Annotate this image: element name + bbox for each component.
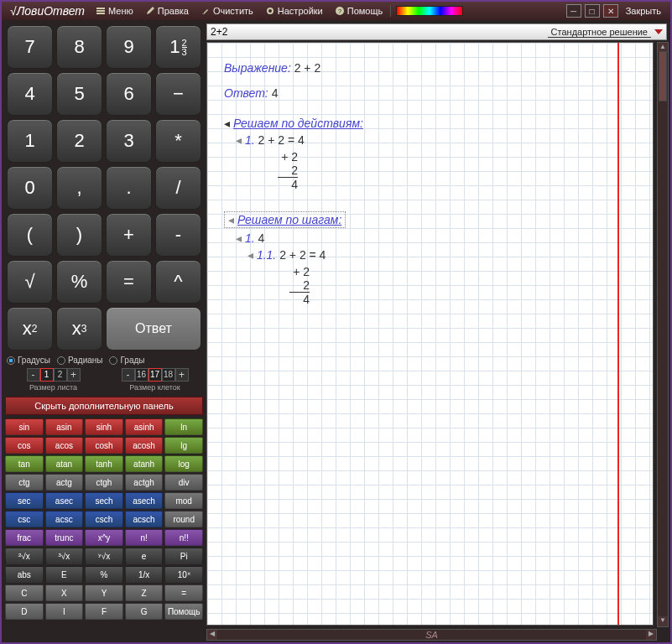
fn-x[interactable]: ²√x bbox=[5, 548, 44, 564]
scroll-right-icon[interactable]: ▶ bbox=[646, 630, 656, 640]
key-fraction[interactable]: 123 bbox=[155, 25, 201, 69]
fn-[interactable]: % bbox=[85, 566, 123, 583]
key-sqrt[interactable]: √ bbox=[7, 260, 53, 304]
fn-frac[interactable]: frac bbox=[5, 529, 44, 546]
formula-input[interactable]: 2+2 bbox=[211, 26, 548, 38]
key-5[interactable]: 5 bbox=[56, 72, 102, 116]
sheet-size-plus[interactable]: + bbox=[67, 368, 81, 382]
fn-cos[interactable]: cos bbox=[5, 437, 44, 454]
clear-button[interactable]: Очистить bbox=[195, 3, 258, 18]
color-spectrum[interactable] bbox=[396, 6, 463, 16]
fn-acsc[interactable]: acsc bbox=[45, 511, 84, 527]
fn-acosh[interactable]: acosh bbox=[125, 437, 164, 454]
key-x2[interactable]: x2 bbox=[7, 307, 53, 351]
fn-ln[interactable]: ln bbox=[164, 418, 203, 435]
key-8[interactable]: 8 bbox=[56, 25, 102, 69]
scroll-down-icon[interactable]: ▼ bbox=[658, 616, 668, 626]
hide-extra-panel-button[interactable]: Скрыть дополнительную панель bbox=[5, 397, 203, 415]
fn-D[interactable]: D bbox=[5, 603, 44, 620]
key-power[interactable]: ^ bbox=[155, 260, 201, 304]
fn-[interactable]: Помощь bbox=[164, 603, 203, 620]
fn-actg[interactable]: actg bbox=[45, 474, 84, 491]
key-rparen[interactable]: ) bbox=[56, 213, 102, 257]
fn-Y[interactable]: Y bbox=[85, 584, 123, 601]
key-divide[interactable]: / bbox=[155, 166, 201, 210]
key-1[interactable]: 1 bbox=[7, 119, 53, 163]
fn-div[interactable]: div bbox=[164, 474, 203, 491]
scroll-left-icon[interactable]: ◀ bbox=[207, 630, 217, 640]
fn-sinh[interactable]: sinh bbox=[85, 418, 123, 435]
key-dot[interactable]: . bbox=[106, 166, 152, 210]
angle-grad[interactable]: Грады bbox=[109, 356, 144, 365]
angle-deg[interactable]: Градусы bbox=[7, 356, 50, 365]
help-button[interactable]: ?Помощь bbox=[330, 3, 388, 18]
fn-ctgh[interactable]: ctgh bbox=[85, 474, 123, 491]
cell-size-val-16[interactable]: 16 bbox=[135, 368, 148, 382]
fn-G[interactable]: G bbox=[125, 603, 164, 620]
fn-abs[interactable]: abs bbox=[5, 566, 44, 583]
key-plus[interactable]: + bbox=[106, 213, 152, 257]
fn-C[interactable]: C bbox=[5, 584, 44, 601]
fn-acos[interactable]: acos bbox=[45, 437, 84, 454]
key-lparen[interactable]: ( bbox=[7, 213, 53, 257]
fn-trunc[interactable]: trunc bbox=[45, 529, 84, 546]
key-9[interactable]: 9 bbox=[106, 25, 152, 69]
fn-n[interactable]: n!! bbox=[164, 529, 203, 546]
fn-1x[interactable]: 1/x bbox=[125, 566, 164, 583]
fn-10[interactable]: 10ˣ bbox=[164, 566, 203, 583]
key-x3[interactable]: x3 bbox=[56, 307, 102, 351]
key-2[interactable]: 2 bbox=[56, 119, 102, 163]
fn-ctg[interactable]: ctg bbox=[5, 474, 44, 491]
cell-size-val-18[interactable]: 18 bbox=[162, 368, 175, 382]
fn-acsch[interactable]: acsch bbox=[125, 511, 164, 527]
fn-[interactable]: = bbox=[164, 584, 203, 601]
sheet-size-val-2[interactable]: 2 bbox=[54, 368, 67, 382]
close-window-button[interactable]: ✕ bbox=[603, 4, 618, 18]
fn-actgh[interactable]: actgh bbox=[125, 474, 164, 491]
fn-tanh[interactable]: tanh bbox=[85, 455, 123, 472]
fn-cosh[interactable]: cosh bbox=[85, 437, 123, 454]
key-multiply[interactable]: * bbox=[155, 119, 201, 163]
fn-sin[interactable]: sin bbox=[5, 418, 44, 435]
fn-tan[interactable]: tan bbox=[5, 455, 44, 472]
key-neg[interactable]: - bbox=[155, 213, 201, 257]
cell-size-val-17[interactable]: 17 bbox=[148, 368, 162, 382]
menu-button[interactable]: Меню bbox=[91, 3, 138, 18]
fn-n[interactable]: n! bbox=[125, 529, 164, 546]
fn-Pi[interactable]: Pi bbox=[164, 548, 203, 564]
dropdown-arrow-icon[interactable] bbox=[654, 29, 663, 34]
key-equals[interactable]: = bbox=[106, 260, 152, 304]
fn-atan[interactable]: atan bbox=[45, 455, 84, 472]
minimize-button[interactable]: ─ bbox=[566, 4, 581, 18]
sheet-size-minus[interactable]: - bbox=[27, 368, 40, 382]
key-4[interactable]: 4 bbox=[7, 72, 53, 116]
fn-sech[interactable]: sech bbox=[85, 492, 123, 509]
vertical-scrollbar[interactable]: ▲ ▼ bbox=[657, 42, 669, 627]
close-text-button[interactable]: Закрыть bbox=[621, 3, 666, 18]
settings-button[interactable]: Настройки bbox=[260, 3, 328, 18]
fn-x[interactable]: ʸ√x bbox=[85, 548, 123, 564]
sheet-size-val-1[interactable]: 1 bbox=[40, 368, 54, 382]
fn-asech[interactable]: asech bbox=[125, 492, 164, 509]
fn-atanh[interactable]: atanh bbox=[125, 455, 164, 472]
fn-log[interactable]: log bbox=[164, 455, 203, 472]
edit-button[interactable]: Правка bbox=[140, 3, 194, 18]
fn-lg[interactable]: lg bbox=[164, 437, 203, 454]
fn-e[interactable]: e bbox=[125, 548, 164, 564]
cell-size-plus[interactable]: + bbox=[175, 368, 189, 382]
fn-Z[interactable]: Z bbox=[125, 584, 164, 601]
fn-I[interactable]: I bbox=[45, 603, 84, 620]
key-7[interactable]: 7 bbox=[7, 25, 53, 69]
key-3[interactable]: 3 bbox=[106, 119, 152, 163]
fn-csch[interactable]: csch bbox=[85, 511, 123, 527]
key-6[interactable]: 6 bbox=[106, 72, 152, 116]
fn-asinh[interactable]: asinh bbox=[125, 418, 164, 435]
fn-X[interactable]: X bbox=[45, 584, 84, 601]
horizontal-scrollbar[interactable]: ◀ SA ▶ bbox=[206, 629, 657, 641]
scroll-thumb[interactable] bbox=[659, 51, 667, 101]
fn-asec[interactable]: asec bbox=[45, 492, 84, 509]
solution-mode-dropdown[interactable]: Стандартное решение bbox=[548, 27, 651, 38]
key-0[interactable]: 0 bbox=[7, 166, 53, 210]
worksheet[interactable]: Выражение: 2 + 2 Ответ: 4 ◂ Решаем по де… bbox=[206, 42, 654, 626]
key-minus[interactable]: − bbox=[155, 72, 201, 116]
